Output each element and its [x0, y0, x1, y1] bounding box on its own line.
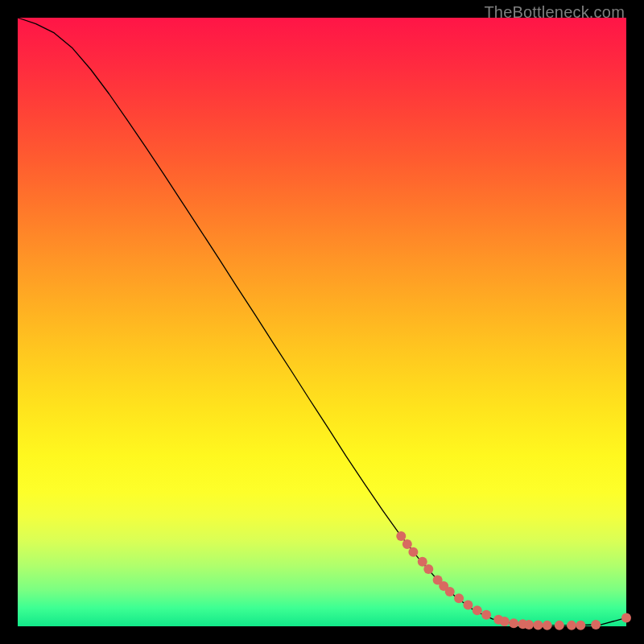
curve-svg [18, 18, 626, 626]
marker-point [555, 621, 564, 630]
marker-point [576, 621, 585, 630]
marker-point [591, 620, 601, 630]
marker-point [533, 620, 543, 630]
marker-point [423, 564, 433, 574]
marker-point [396, 531, 406, 541]
marker-point [402, 539, 412, 549]
marker-point [524, 620, 534, 630]
marker-point [463, 601, 473, 610]
marker-point [454, 593, 464, 603]
marker-point [567, 621, 576, 630]
watermark-text: TheBottleneck.com [484, 3, 625, 22]
marker-point [473, 605, 482, 615]
bottleneck-curve [18, 18, 626, 625]
marker-point [509, 618, 518, 628]
marker-point [543, 621, 552, 630]
marker-point [445, 587, 455, 597]
marker-point [408, 547, 418, 557]
highlight-markers [396, 531, 631, 630]
plot-area [18, 18, 626, 626]
marker-point [481, 610, 491, 620]
marker-point [500, 617, 510, 626]
marker-point [621, 613, 631, 622]
chart-frame: TheBottleneck.com [0, 0, 644, 644]
